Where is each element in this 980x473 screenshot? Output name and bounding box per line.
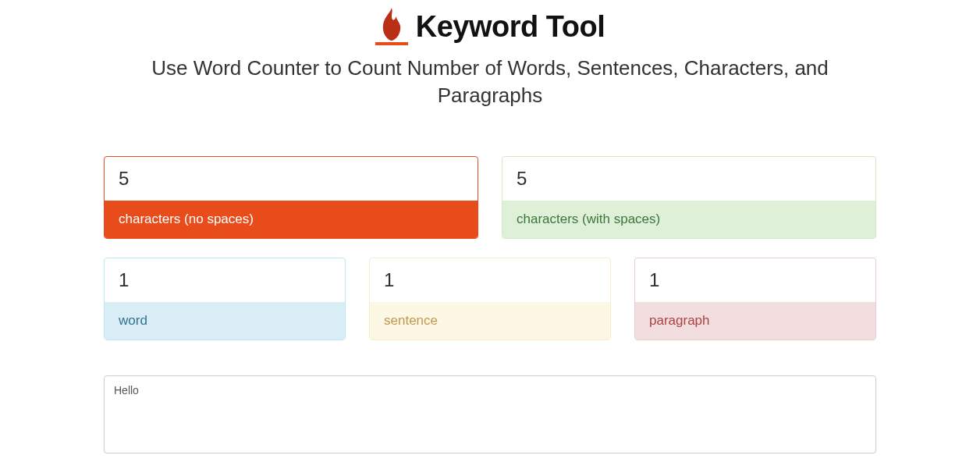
paragraph-card: 1 paragraph [634,258,876,340]
main-container: 5 characters (no spaces) 5 characters (w… [104,109,876,457]
sentence-value: 1 [370,258,610,302]
paragraph-value: 1 [635,258,875,302]
chars-no-spaces-card: 5 characters (no spaces) [104,156,478,239]
flame-icon [375,8,408,45]
chars-no-spaces-value: 5 [105,157,478,201]
chars-no-spaces-label: characters (no spaces) [105,201,478,238]
word-card: 1 word [104,258,346,340]
stats-row-1: 5 characters (no spaces) 5 characters (w… [104,156,876,239]
chars-with-spaces-label: characters (with spaces) [502,201,875,238]
page-subtitle: Use Word Counter to Count Number of Word… [147,55,833,109]
word-value: 1 [105,258,345,302]
paragraph-label: paragraph [635,302,875,340]
app-title: Keyword Tool [416,10,605,44]
chars-with-spaces-value: 5 [502,157,875,201]
textarea-wrapper [104,375,876,457]
text-input[interactable] [104,375,876,453]
page-header: Keyword Tool Use Word Counter to Count N… [0,0,980,109]
sentence-card: 1 sentence [369,258,611,340]
logo-title-row: Keyword Tool [0,8,980,45]
sentence-label: sentence [370,302,610,340]
chars-with-spaces-card: 5 characters (with spaces) [502,156,876,239]
word-label: word [105,302,345,340]
stats-row-2: 1 word 1 sentence 1 paragraph [104,258,876,340]
